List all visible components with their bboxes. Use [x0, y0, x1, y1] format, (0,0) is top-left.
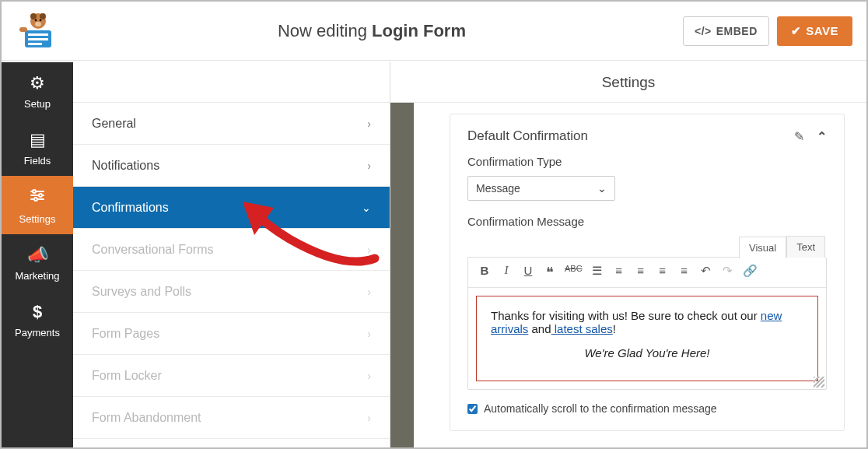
rail-item-settings[interactable]: Settings [2, 176, 73, 234]
italic-icon[interactable]: I [499, 264, 513, 281]
content-area: Settings Default Confirmation ✎ ⌃ Confir… [390, 62, 866, 447]
message-line1: Thanks for visiting with us! Be sure to … [491, 309, 803, 335]
tab-visual[interactable]: Visual [739, 237, 786, 258]
msg-mid: and [528, 322, 551, 335]
rail-item-marketing[interactable]: 📣 Marketing [2, 234, 73, 291]
svg-point-16 [34, 198, 37, 201]
editor-textarea[interactable]: Thanks for visiting with us! Be sure to … [476, 296, 818, 381]
link-icon[interactable]: 🔗 [743, 264, 758, 281]
submenu-label: Confirmations [92, 201, 169, 215]
rail-label: Marketing [15, 270, 59, 282]
sliders-icon [5, 187, 70, 209]
check-icon: ✔ [791, 24, 802, 38]
rail-item-setup[interactable]: ⚙ Setup [2, 62, 73, 119]
resize-handle[interactable] [814, 377, 824, 388]
embed-button[interactable]: </> EMBED [683, 16, 769, 46]
submenu-label: General [92, 117, 136, 131]
svg-point-15 [39, 194, 42, 197]
autoscroll-checkbox[interactable] [467, 404, 478, 414]
submenu-item-form-abandonment[interactable]: Form Abandonment › [73, 397, 390, 439]
chevron-right-icon: › [367, 286, 371, 298]
collapse-icon[interactable]: ⌃ [817, 129, 827, 144]
editor-tabs: Visual Text [467, 236, 827, 258]
autoscroll-label: Automatically scroll to the confirmation… [484, 402, 717, 415]
submenu-label: Form Abandonment [92, 411, 201, 425]
panel-title: Default Confirmation [467, 128, 588, 144]
chevron-right-icon: › [367, 412, 371, 424]
svg-point-4 [40, 19, 42, 21]
submenu-label: Surveys and Polls [92, 285, 191, 299]
msg-suffix: ! [613, 322, 616, 335]
chevron-down-icon: ⌄ [362, 202, 371, 214]
submenu-item-confirmations[interactable]: Confirmations ⌄ [73, 187, 390, 229]
list-icon: ▤ [5, 130, 70, 150]
align-center-icon[interactable]: ≡ [656, 264, 670, 281]
svg-point-3 [35, 19, 37, 21]
redo-icon[interactable]: ↷ [721, 264, 735, 281]
submenu-list: General › Notifications › Confirmations … [73, 103, 390, 439]
rail-label: Payments [15, 327, 60, 339]
link-latest-sales[interactable]: latest sales [551, 322, 613, 335]
editing-prefix: Now editing [278, 21, 372, 40]
rail-label: Settings [19, 213, 56, 225]
settings-submenu: General › Notifications › Confirmations … [73, 62, 390, 447]
bullet-list-icon[interactable]: ☰ [590, 264, 604, 281]
rich-text-editor: B I U ❝ ABC ☰ ≡ ≡ ≡ ≡ ↶ ↷ 🔗 [467, 257, 827, 390]
autoscroll-row[interactable]: Automatically scroll to the confirmation… [467, 402, 827, 415]
submenu-label: Form Locker [92, 369, 162, 383]
svg-point-1 [30, 13, 37, 19]
panel-actions: ✎ ⌃ [794, 129, 827, 144]
submenu-item-notifications[interactable]: Notifications › [73, 145, 390, 187]
strike-icon[interactable]: ABC [565, 264, 583, 281]
gear-icon: ⚙ [5, 73, 70, 93]
svg-rect-8 [28, 38, 48, 40]
number-list-icon[interactable]: ≡ [612, 264, 626, 281]
save-label: SAVE [806, 24, 838, 37]
rail-item-payments[interactable]: $ Payments [2, 291, 73, 348]
submenu-item-form-pages[interactable]: Form Pages › [73, 313, 390, 355]
chevron-right-icon: › [367, 244, 371, 256]
submenu-label: Conversational Forms [92, 243, 214, 257]
undo-icon[interactable]: ↶ [699, 264, 713, 281]
underline-icon[interactable]: U [521, 264, 535, 281]
edit-icon[interactable]: ✎ [794, 129, 804, 144]
svg-rect-10 [19, 27, 27, 32]
form-name: Login Form [372, 21, 466, 40]
align-left-icon[interactable]: ≡ [634, 264, 648, 281]
chevron-right-icon: › [367, 160, 371, 172]
bold-icon[interactable]: B [478, 264, 492, 281]
svg-point-14 [33, 190, 36, 193]
submenu-item-form-locker[interactable]: Form Locker › [73, 355, 390, 397]
tab-text[interactable]: Text [786, 236, 825, 258]
confirmation-type-label: Confirmation Type [467, 155, 827, 168]
confirmation-type-select[interactable]: Message ⌄ [467, 176, 615, 201]
rail-label: Setup [24, 98, 51, 110]
svg-rect-7 [28, 33, 48, 36]
content-heading-row: Settings [390, 62, 866, 103]
svg-rect-9 [28, 43, 42, 45]
submenu-item-surveys-polls[interactable]: Surveys and Polls › [73, 271, 390, 313]
submenu-item-conversational-forms[interactable]: Conversational Forms › [73, 229, 390, 271]
msg-prefix: Thanks for visiting with us! Be sure to … [491, 309, 761, 322]
select-value: Message [476, 182, 520, 195]
dollar-icon: $ [5, 302, 70, 322]
left-rail: ⚙ Setup ▤ Fields Settings 📣 Marketing $ … [2, 62, 73, 447]
app-logo [16, 9, 61, 54]
quote-icon[interactable]: ❝ [543, 264, 557, 281]
align-right-icon[interactable]: ≡ [677, 264, 691, 281]
submenu-label: Notifications [92, 159, 159, 173]
app-frame: Now editing Login Form </> EMBED ✔ SAVE … [0, 0, 868, 449]
chevron-right-icon: › [367, 370, 371, 382]
submenu-item-general[interactable]: General › [73, 103, 390, 145]
content-heading: Settings [390, 74, 866, 91]
chevron-right-icon: › [367, 118, 371, 130]
rail-label: Fields [24, 155, 51, 167]
rail-item-fields[interactable]: ▤ Fields [2, 119, 73, 176]
bullhorn-icon: 📣 [5, 245, 70, 265]
confirmation-message-label: Confirmation Message [467, 215, 827, 228]
editor-toolbar: B I U ❝ ABC ☰ ≡ ≡ ≡ ≡ ↶ ↷ 🔗 [468, 258, 826, 288]
topbar: Now editing Login Form </> EMBED ✔ SAVE [2, 2, 866, 61]
chevron-down-icon: ⌄ [597, 182, 607, 195]
save-button[interactable]: ✔ SAVE [777, 16, 852, 46]
submenu-label: Form Pages [92, 327, 159, 341]
